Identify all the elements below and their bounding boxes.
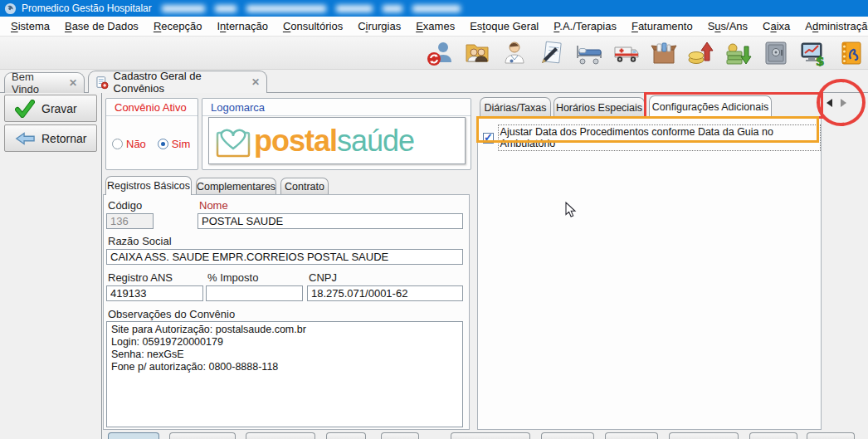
refresh-user-icon[interactable] xyxy=(426,39,453,66)
codigo-label: Código xyxy=(108,199,142,212)
bottom-button-sliver[interactable] xyxy=(451,432,530,439)
close-icon[interactable]: ✕ xyxy=(251,76,260,88)
sidebar-divider xyxy=(101,93,102,439)
annotation-orange-rectangle xyxy=(476,116,819,143)
bottom-button-sliver[interactable] xyxy=(108,432,159,439)
menu-item-internacao[interactable]: Internação xyxy=(209,17,275,36)
hospital-bed-icon[interactable] xyxy=(575,39,602,66)
menu-item-sistema[interactable]: Sistema xyxy=(3,17,57,36)
window-title: Promedico Gestão Hospitalar xyxy=(22,2,152,14)
tab-label: Bem Vindo xyxy=(12,71,61,95)
tab-cadastro-geral-de-convenios[interactable]: Cadastro Geral de Convênios ✕ xyxy=(88,71,267,93)
title-bar: Promedico Gestão Hospitalar xyxy=(0,0,868,17)
document-sign-icon[interactable] xyxy=(538,39,565,66)
menu-bar: Sistema Base de Dados Recepção Internaçã… xyxy=(0,17,868,37)
document-badge-icon xyxy=(95,76,109,90)
redacted-text xyxy=(336,5,373,12)
imposto-label: % Imposto xyxy=(207,271,258,284)
radio-circle-icon[interactable] xyxy=(112,139,123,149)
tab-contrato[interactable]: Contrato xyxy=(280,178,329,195)
convenio-ativo-title: Convênio Ativo xyxy=(106,99,197,116)
ambulance-icon[interactable] xyxy=(612,39,640,66)
codigo-field xyxy=(106,213,154,229)
logomarca-groupbox: Logomarca postalsaúde xyxy=(202,98,471,170)
bottom-button-sliver[interactable] xyxy=(605,432,658,439)
razao-social-label: Razão Social xyxy=(108,235,172,247)
radio-sim[interactable]: Sim xyxy=(158,138,190,150)
money-up-icon[interactable] xyxy=(687,39,714,66)
tab-diarias-taxas[interactable]: Diárias/Taxas xyxy=(480,97,551,117)
bottom-button-sliver[interactable] xyxy=(169,432,236,439)
configuracoes-adicionais-panel: Ajustar Data dos Procedimentos conforme … xyxy=(477,116,822,430)
retornar-label: Retornar xyxy=(41,132,86,145)
toolbar: $ xyxy=(0,37,868,70)
tab-label: Registros Básicos xyxy=(107,180,190,192)
envelope-heart-icon xyxy=(214,123,252,159)
menu-item-caixa[interactable]: Caixa xyxy=(755,17,797,36)
radio-nao[interactable]: Não xyxy=(112,138,146,150)
check-icon xyxy=(15,100,35,118)
logo-word-saude: saúde xyxy=(337,124,414,158)
close-icon[interactable]: ✕ xyxy=(69,77,77,89)
registro-ans-field[interactable] xyxy=(106,285,203,301)
bottom-button-sliver[interactable] xyxy=(541,432,594,439)
patients-folder-icon[interactable] xyxy=(463,39,490,66)
bottom-button-sliver[interactable] xyxy=(749,432,797,439)
redacted-text xyxy=(412,5,461,12)
radio-circle-icon[interactable] xyxy=(158,139,168,149)
bottom-button-sliver[interactable] xyxy=(669,432,739,439)
finance-chart-icon[interactable]: $ xyxy=(799,39,827,66)
observacoes-field[interactable]: Site para Autorização: postalsaude.com.b… xyxy=(106,321,463,427)
tab-label: Contrato xyxy=(285,181,324,193)
mouse-cursor xyxy=(565,202,577,218)
radio-nao-label: Não xyxy=(126,138,146,150)
bottom-button-sliver[interactable] xyxy=(807,432,855,439)
tab-bem-vindo[interactable]: Bem Vindo ✕ xyxy=(4,72,85,93)
nome-label: Nome xyxy=(199,199,228,212)
imposto-field[interactable] xyxy=(206,285,303,301)
redacted-text xyxy=(162,5,205,12)
annotation-red-circle xyxy=(817,79,866,126)
tab-registros-basicos[interactable]: Registros Básicos xyxy=(105,176,192,195)
tab-label: Diárias/Taxas xyxy=(484,102,546,114)
razao-social-field[interactable] xyxy=(106,249,463,265)
gravar-label: Gravar xyxy=(41,102,77,115)
doctor-icon[interactable] xyxy=(500,39,528,66)
bottom-button-sliver[interactable] xyxy=(381,432,419,439)
redacted-text xyxy=(383,5,402,12)
money-down-icon[interactable] xyxy=(724,39,752,66)
tab-complementares[interactable]: Complementares xyxy=(196,178,276,195)
registro-ans-label: Registro ANS xyxy=(108,271,173,284)
bottom-button-sliver[interactable] xyxy=(246,432,315,439)
menu-item-consultorios[interactable]: Consultórios xyxy=(276,17,350,36)
logomarca-title: Logomarca xyxy=(202,99,471,116)
nome-field[interactable] xyxy=(197,213,463,229)
tab-horarios-especiais[interactable]: Horários Especiais xyxy=(553,97,645,117)
menu-item-cirurgias[interactable]: Cirurgias xyxy=(350,17,408,36)
menu-item-pa-terapias[interactable]: P.A./Terapias xyxy=(546,17,624,36)
cnpj-label: CNPJ xyxy=(309,271,337,284)
gravar-button[interactable]: Gravar xyxy=(4,95,97,122)
phonebook-icon[interactable] xyxy=(836,39,864,66)
safe-icon[interactable] xyxy=(762,39,789,66)
app-phone-icon xyxy=(4,2,17,15)
stock-box-icon[interactable] xyxy=(650,39,677,66)
logo-image: postalsaúde xyxy=(208,117,466,164)
menu-item-base-de-dados[interactable]: Base de Dados xyxy=(57,17,146,36)
svg-text:$: $ xyxy=(816,54,824,66)
convenio-ativo-groupbox: Convênio Ativo Não Sim xyxy=(105,98,198,170)
menu-item-faturamento[interactable]: Faturamento xyxy=(624,17,700,36)
menu-item-exames[interactable]: Exames xyxy=(408,17,462,36)
menu-item-administracao[interactable]: Administração xyxy=(797,17,868,36)
menu-item-recepcao[interactable]: Recepção xyxy=(146,17,210,36)
bottom-button-sliver[interactable] xyxy=(326,432,366,439)
observacoes-label: Observações do Convênio xyxy=(108,308,235,320)
retornar-button[interactable]: Retornar xyxy=(4,124,97,152)
cnpj-field[interactable] xyxy=(307,285,463,301)
menu-item-sus-ans[interactable]: Sus/Ans xyxy=(700,17,755,36)
arrow-left-icon xyxy=(15,129,35,148)
tab-label: Complementares xyxy=(197,181,276,193)
tab-label: Cadastro Geral de Convênios xyxy=(114,70,243,95)
redacted-text xyxy=(215,5,237,12)
menu-item-estoque-geral[interactable]: Estoque Geral xyxy=(462,17,546,36)
